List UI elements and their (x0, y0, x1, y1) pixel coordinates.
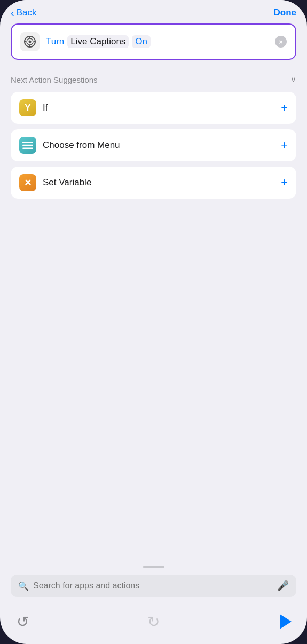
back-label: Back (17, 7, 37, 18)
action-state-text[interactable]: On (132, 35, 151, 48)
action-text: Turn Live Captions On (46, 35, 269, 48)
redo-button[interactable]: ↻ (142, 610, 166, 633)
back-chevron-icon: ‹ (11, 7, 14, 18)
search-icon: 🔍 (18, 581, 29, 591)
bottom-area: 🔍 🎤 (0, 566, 307, 606)
variable-label: Set Variable (43, 177, 274, 188)
svg-rect-9 (22, 145, 33, 146)
action-turn-text: Turn (46, 36, 64, 47)
menu-label: Choose from Menu (43, 140, 274, 151)
if-plus-button[interactable]: + (281, 102, 288, 114)
if-label: If (43, 103, 274, 113)
section-header: Next Action Suggestions ∨ (11, 75, 296, 84)
content-area: Turn Live Captions On × Next Action Sugg… (0, 23, 307, 566)
variable-plus-button[interactable]: + (281, 177, 288, 189)
suggestion-item-if[interactable]: Y If + (11, 92, 296, 124)
search-bar: 🔍 🎤 (11, 575, 296, 597)
section-title: Next Action Suggestions (11, 75, 98, 84)
bottom-toolbar: ↺ ↻ (0, 606, 307, 644)
undo-button[interactable]: ↺ (11, 610, 34, 633)
undo-icon: ↺ (17, 613, 29, 631)
if-icon-label: Y (25, 103, 30, 113)
done-button[interactable]: Done (274, 7, 297, 18)
shortcut-icon (20, 32, 40, 51)
svg-rect-8 (22, 142, 33, 143)
play-button[interactable] (273, 610, 296, 633)
action-card: Turn Live Captions On × (11, 23, 296, 60)
action-close-button[interactable]: × (275, 36, 287, 48)
play-icon (280, 614, 292, 629)
suggestion-item-menu[interactable]: Choose from Menu + (11, 129, 296, 161)
drag-handle (143, 566, 164, 568)
svg-rect-10 (22, 148, 33, 150)
back-button[interactable]: ‹ Back (11, 7, 36, 18)
action-subject-text: Live Captions (67, 35, 129, 48)
menu-plus-button[interactable]: + (281, 139, 288, 151)
phone-container: ‹ Back Done Turn Live (0, 0, 307, 644)
variable-icon: ✕ (19, 174, 36, 191)
search-input[interactable] (33, 581, 273, 591)
redo-icon: ↻ (147, 613, 160, 631)
svg-point-7 (29, 41, 32, 43)
if-icon: Y (19, 99, 36, 116)
microphone-icon[interactable]: 🎤 (277, 580, 289, 592)
top-bar: ‹ Back Done (0, 0, 307, 23)
suggestion-item-variable[interactable]: ✕ Set Variable + (11, 167, 296, 199)
section-chevron-icon[interactable]: ∨ (290, 75, 296, 84)
menu-icon (19, 137, 36, 154)
variable-icon-label: ✕ (24, 177, 32, 189)
